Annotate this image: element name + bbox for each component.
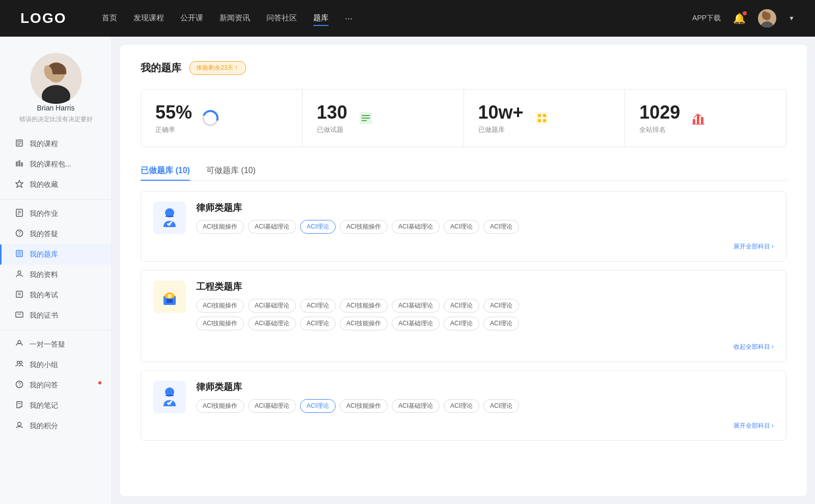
tag-2-13[interactable]: ACI理论 xyxy=(444,317,479,330)
tag-2-7[interactable]: ACI理论 xyxy=(483,299,519,313)
nav-links: 首页 发现课程 公开课 新闻资讯 问答社区 题库 ··· xyxy=(102,11,672,26)
sidebar-item-myqa[interactable]: ? 我的问答 xyxy=(0,375,112,396)
sidebar-item-notes[interactable]: 我的笔记 xyxy=(0,396,112,416)
divider1 xyxy=(0,199,112,200)
qbank-card-header-1: 律师类题库 ACI技能操作 ACI基础理论 ACI理论 ACI技能操作 ACI基… xyxy=(153,202,774,234)
tag-2-12[interactable]: ACI基础理论 xyxy=(392,317,440,330)
tutor-icon xyxy=(14,340,24,350)
sidebar-label-questions: 我的答疑 xyxy=(30,230,58,239)
star-icon xyxy=(14,180,24,190)
nav-more[interactable]: ··· xyxy=(345,11,352,26)
qbank-expand-3[interactable]: 展开全部科目 › xyxy=(153,422,774,430)
tag-2-14[interactable]: ACI理论 xyxy=(483,317,519,330)
qbank-title-3: 律师类题库 xyxy=(196,381,774,393)
tag-3-5[interactable]: ACI基础理论 xyxy=(392,399,440,413)
tag-2-4[interactable]: ACI技能操作 xyxy=(340,299,388,313)
stat-done-questions: 130 已做试题 xyxy=(303,90,464,147)
qbank-expand-1[interactable]: 展开全部科目 › xyxy=(153,242,774,251)
nav-discover[interactable]: 发现课程 xyxy=(133,11,164,26)
bell-button[interactable]: 🔔 xyxy=(733,12,746,24)
tag-2-1[interactable]: ACI技能操作 xyxy=(196,299,244,313)
sidebar-item-certificate[interactable]: 我的证书 xyxy=(0,305,112,326)
question-icon: ? xyxy=(14,229,24,239)
nav-home[interactable]: 首页 xyxy=(102,11,117,26)
chevron-down-icon[interactable]: ▼ xyxy=(789,15,795,22)
svg-rect-52 xyxy=(701,117,703,124)
tag-3-4[interactable]: ACI技能操作 xyxy=(340,399,388,413)
tab-available-banks[interactable]: 可做题库 (10) xyxy=(206,161,256,180)
stat-ranking: 1029 全站排名 xyxy=(625,90,786,147)
stat-accuracy-label: 正确率 xyxy=(155,125,192,134)
sidebar-label-certificate: 我的证书 xyxy=(30,311,58,320)
tag-2-2[interactable]: ACI基础理论 xyxy=(248,299,296,313)
svg-rect-44 xyxy=(362,120,367,121)
sidebar-item-favorites[interactable]: 我的收藏 xyxy=(0,175,112,195)
nav-opencourse[interactable]: 公开课 xyxy=(180,11,203,26)
qbank-card-header-3: 律师类题库 ACI技能操作 ACI基础理论 ACI理论 ACI技能操作 ACI基… xyxy=(153,381,774,413)
svg-point-3 xyxy=(762,11,767,19)
sidebar-item-homework[interactable]: 我的作业 xyxy=(0,204,112,224)
tag-3-7[interactable]: ACI理论 xyxy=(483,399,519,413)
tag-1-7[interactable]: ACI理论 xyxy=(483,220,519,234)
sidebar-item-group[interactable]: 我的小组 xyxy=(0,355,112,375)
sidebar-item-points[interactable]: 我的积分 xyxy=(0,416,112,436)
navbar: LOGO 首页 发现课程 公开课 新闻资讯 问答社区 题库 ··· APP下载 … xyxy=(0,0,815,37)
tag-3-1[interactable]: ACI技能操作 xyxy=(196,399,244,413)
qbank-card-engineer: 工程类题库 ACI技能操作 ACI基础理论 ACI理论 ACI技能操作 ACI基… xyxy=(141,270,786,362)
qbank-icon xyxy=(14,249,24,260)
sidebar-item-course-pkg[interactable]: 我的课程包... xyxy=(0,154,112,175)
svg-rect-27 xyxy=(16,291,22,297)
nav-right: APP下载 🔔 ▼ xyxy=(692,9,795,27)
nav-qbank[interactable]: 题库 xyxy=(313,11,329,26)
tag-1-5[interactable]: ACI基础理论 xyxy=(392,220,440,234)
tag-2-6[interactable]: ACI理论 xyxy=(444,299,479,313)
svg-point-32 xyxy=(18,341,21,344)
sidebar-item-profile[interactable]: 我的资料 xyxy=(0,265,112,285)
tag-1-3[interactable]: ACI理论 xyxy=(300,220,336,234)
svg-text:?: ? xyxy=(18,231,21,236)
sidebar-label-profile: 我的资料 xyxy=(30,270,58,279)
nav-qa[interactable]: 问答社区 xyxy=(266,11,297,26)
divider2 xyxy=(0,330,112,330)
svg-rect-45 xyxy=(536,112,548,124)
svg-point-60 xyxy=(168,294,172,298)
course-icon xyxy=(14,139,24,149)
points-icon xyxy=(14,421,24,431)
stat-done-banks-label: 已做题库 xyxy=(478,125,524,134)
sidebar-item-exam[interactable]: 我的考试 xyxy=(0,285,112,305)
logo: LOGO xyxy=(20,10,82,26)
svg-point-34 xyxy=(20,361,22,364)
stat-done-questions-number: 130 xyxy=(317,102,347,123)
sidebar-menu: 我的课程 我的课程包... 我的收藏 我的作业 xyxy=(0,134,112,436)
tab-done-banks[interactable]: 已做题库 (10) xyxy=(141,161,190,180)
sidebar-item-my-course[interactable]: 我的课程 xyxy=(0,134,112,154)
tag-2-5[interactable]: ACI基础理论 xyxy=(392,299,440,313)
bell-notification-dot xyxy=(743,11,747,15)
nav-app-download[interactable]: APP下载 xyxy=(692,14,721,23)
tag-1-6[interactable]: ACI理论 xyxy=(444,220,479,234)
tag-1-1[interactable]: ACI技能操作 xyxy=(196,220,244,234)
tag-2-3[interactable]: ACI理论 xyxy=(300,299,336,313)
tag-3-3[interactable]: ACI理论 xyxy=(300,399,336,413)
sidebar-item-questions[interactable]: ? 我的答疑 xyxy=(0,224,112,244)
tag-3-2[interactable]: ACI基础理论 xyxy=(248,399,296,413)
qbank-expand-2[interactable]: 收起全部科目 › xyxy=(153,343,774,351)
sidebar-item-tutor[interactable]: 一对一答疑 xyxy=(0,334,112,355)
svg-point-26 xyxy=(18,271,21,274)
user-name: Brian Harris xyxy=(37,104,75,112)
tag-2-11[interactable]: ACI技能操作 xyxy=(340,317,388,330)
nav-news[interactable]: 新闻资讯 xyxy=(220,11,250,26)
tag-2-9[interactable]: ACI基础理论 xyxy=(248,317,296,330)
tag-2-10[interactable]: ACI理论 xyxy=(300,317,336,330)
svg-marker-15 xyxy=(16,180,23,187)
avatar[interactable] xyxy=(758,9,776,27)
exam-icon xyxy=(14,290,24,300)
tag-3-6[interactable]: ACI理论 xyxy=(444,399,479,413)
tab-row: 已做题库 (10) 可做题库 (10) xyxy=(141,161,786,181)
tag-1-2[interactable]: ACI基础理论 xyxy=(248,220,296,234)
sidebar-item-qbank[interactable]: 我的题库 xyxy=(0,244,112,265)
qbank-tags-row1-2: ACI技能操作 ACI基础理论 ACI理论 ACI技能操作 ACI基础理论 AC… xyxy=(196,299,774,313)
svg-text:?: ? xyxy=(18,382,21,387)
tag-2-8[interactable]: ACI技能操作 xyxy=(196,317,244,330)
tag-1-4[interactable]: ACI技能操作 xyxy=(340,220,388,234)
